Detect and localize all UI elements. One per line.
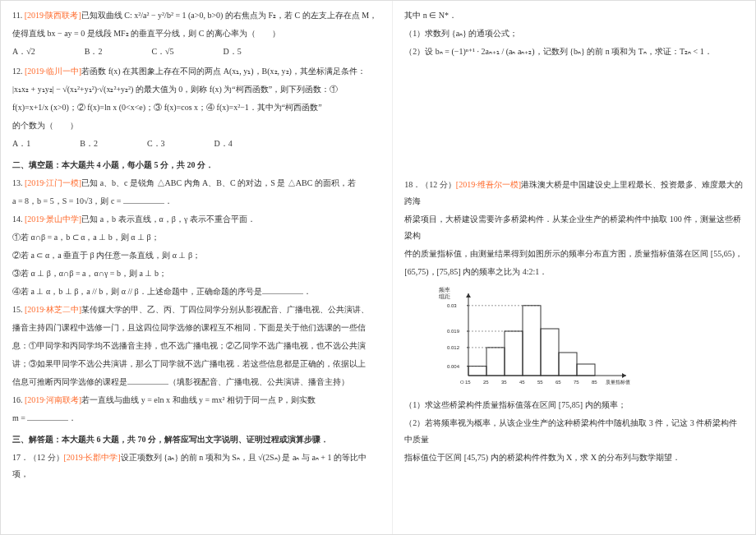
q15-source-tag: [2019·林芝二中] bbox=[25, 305, 81, 314]
q11-opt-b: B．2 bbox=[85, 44, 103, 60]
q12-opt-b: B．2 bbox=[80, 136, 98, 152]
histogram-chart: 频率 组距 0.004 0.012 0.019 0.03 bbox=[437, 285, 744, 392]
q16-line2: m = ． bbox=[12, 410, 380, 427]
xtick-85: 85 bbox=[592, 380, 597, 385]
q12-opt-d: D．4 bbox=[214, 136, 233, 152]
q13-body2: a = 8，b = 5，S = 10√3，则 c = bbox=[12, 196, 123, 205]
q18-sub3: 指标值位于区间 [45,75) 内的桥梁构件件数为 X，求 X 的分布列与数学期… bbox=[404, 450, 744, 466]
xtick-55: 55 bbox=[537, 380, 543, 385]
ytick-0030: 0.03 bbox=[447, 303, 457, 308]
q14-stmt3: ③若 α ⊥ β，α∩β = a，α∩γ = b，则 a ⊥ b； bbox=[12, 265, 380, 282]
q11-opt-a: A．√2 bbox=[12, 44, 35, 60]
q11-line1: 11. [2019·陕西联考]已知双曲线 C: x²/a² − y²/b² = … bbox=[12, 7, 380, 24]
bar-65-75 bbox=[559, 353, 577, 376]
section-2-heading: 二、填空题：本大题共 4 小题，每小题 5 分，共 20 分． bbox=[12, 157, 380, 173]
xtick-0: O bbox=[460, 380, 464, 385]
q11-source-tag: [2019·陕西联考] bbox=[25, 11, 81, 20]
q17-number: 17．（12 分） bbox=[12, 453, 64, 462]
q18-sub2: （2）若将频率视为概率，从该企业生产的这种桥梁构件中随机抽取 3 件，记这 3 … bbox=[404, 415, 744, 448]
left-column: 11. [2019·陕西联考]已知双曲线 C: x²/a² − y²/b² = … bbox=[1, 1, 393, 534]
q17-source-tag: [2019·长郡中学] bbox=[64, 453, 121, 462]
q12-options: A．1 B．2 C．3 D．4 bbox=[12, 136, 380, 152]
q13-line1: 13. [2019·江门一模]已知 a、b、c 是锐角 △ABC 内角 A、B、… bbox=[12, 175, 380, 191]
ytick-0012: 0.012 bbox=[447, 345, 460, 350]
q11-options: A．√2 B．2 C．√5 D．5 bbox=[12, 44, 380, 60]
q16-body1: 若一直线与曲线 y = eln x 和曲线 y = mx² 相切于同一点 P，则… bbox=[81, 395, 316, 404]
q15-line4: 讲；③如果甲同学不选公共演讲，那么丁同学就不选广播电视．若这些信息都是正确的，依… bbox=[12, 356, 380, 372]
q14-body1: 已知 a，b 表示直线，α，β，γ 表示不重合平面． bbox=[81, 214, 256, 224]
q14-stmt4: ④若 a ⊥ α，b ⊥ β，a // b，则 α // β．上述命题中，正确命… bbox=[12, 284, 380, 300]
q12-line2: |x₁x₂ + y₁y₂| − √(x₁²+y₁²)·√(x₂²+y₂²) 的最… bbox=[12, 81, 380, 98]
y-axis-arrow-icon bbox=[466, 293, 471, 297]
ylabel-line2: 组距 bbox=[439, 293, 450, 300]
bar-45-55 bbox=[523, 306, 541, 376]
xtick-15: 15 bbox=[465, 380, 471, 385]
xtick-25: 25 bbox=[483, 380, 489, 385]
q11-line2: 使得直线 bx − ay = 0 是线段 MF₂ 的垂直平分线，则 C 的离心率… bbox=[12, 25, 380, 42]
q13-blank bbox=[123, 196, 164, 204]
q13-line2: a = 8，b = 5，S = 10√3，则 c = ． bbox=[12, 193, 380, 210]
q16-blank bbox=[27, 413, 68, 421]
histogram-svg: 频率 组距 0.004 0.012 0.019 0.03 bbox=[437, 285, 651, 392]
q17-line1: 17．（12 分）[2019·长郡中学]设正项数列 {aₙ} 的前 n 项和为 … bbox=[12, 450, 380, 482]
q12-opt-a: A．1 bbox=[12, 136, 30, 152]
bar-35-45 bbox=[505, 331, 523, 376]
q15-body5: 信息可推断丙同学选修的课程是 bbox=[12, 377, 127, 386]
bar-55-65 bbox=[541, 329, 559, 376]
q18-source-tag: [2019·维吾尔一模] bbox=[456, 180, 521, 189]
q12-body1: 若函数 f(x) 在其图象上存在不同的两点 A(x₁, y₁)，B(x₂, y₂… bbox=[81, 67, 366, 76]
q14-number: 14. bbox=[12, 214, 25, 224]
q14-l4-text: ④若 a ⊥ α，b ⊥ β，a // b，则 α // β．上述命题中，正确命… bbox=[12, 287, 262, 296]
q12-source-tag: [2019·临川一中] bbox=[25, 67, 81, 76]
q16-source-tag: [2019·河南联考] bbox=[25, 395, 81, 404]
q14-source-tag: [2019·景山中学] bbox=[25, 214, 81, 224]
q15-line2: 播音主持四门课程中选修一门，且这四位同学选修的课程互不相同．下面是关于他们选课的… bbox=[12, 320, 380, 336]
q16-number: 16. bbox=[12, 395, 25, 404]
q15-blank bbox=[127, 376, 168, 385]
q11-number: 11. bbox=[12, 11, 25, 20]
q14-blank bbox=[262, 286, 303, 294]
q17-cont1: 其中 n ∈ N*． bbox=[404, 7, 744, 24]
q13-source-tag: [2019·江门一模] bbox=[25, 178, 81, 187]
ytick-0004: 0.004 bbox=[447, 364, 460, 369]
bar-75-85 bbox=[577, 364, 595, 376]
q14-stmt2: ②若 a ⊂ α，a 垂直于 β 内任意一条直线，则 α ⊥ β； bbox=[12, 247, 380, 264]
q17-sub2: （2）设 bₙ = (−1)ⁿ⁺¹ · 2aₙ₊₁ / (aₙ aₙ₊₂)，记数… bbox=[404, 44, 744, 60]
q16-body2: m = bbox=[12, 413, 27, 422]
bar-15-25 bbox=[468, 367, 486, 376]
q14-line1: 14. [2019·景山中学]已知 a，b 表示直线，α，β，γ 表示不重合平面… bbox=[12, 211, 380, 228]
bar-25-35 bbox=[486, 348, 505, 376]
q15-number: 15. bbox=[12, 305, 25, 314]
q18-line3: 件的质量指标值，由测量结果得到如图所示的频率分布直方图，质量指标值落在区间 [5… bbox=[404, 246, 744, 262]
right-column: 其中 n ∈ N*． （1）求数列 {aₙ} 的通项公式； （2）设 bₙ = … bbox=[393, 1, 755, 534]
q15-tail: （填影视配音、广播电视、公共演讲、播音主持） bbox=[168, 377, 349, 386]
q12-line4: 的个数为（ ） bbox=[12, 118, 380, 134]
q15-body1: 某传媒大学的甲、乙、丙、丁四位同学分别从影视配音、广播电视、公共演讲、 bbox=[81, 305, 369, 314]
q18-number: 18．（12 分） bbox=[404, 180, 456, 189]
q14-stmt1: ①若 α∩β = a，b ⊂ α，a ⊥ b，则 α ⊥ β； bbox=[12, 229, 380, 246]
q13-number: 13. bbox=[12, 178, 25, 187]
q15-line1: 15. [2019·林芝二中]某传媒大学的甲、乙、丙、丁四位同学分别从影视配音、… bbox=[12, 302, 380, 318]
q15-line3: 息：①甲同学和丙同学均不选播音主持，也不选广播电视；②乙同学不选广播电视，也不选… bbox=[12, 338, 380, 354]
q17-sub1: （1）求数列 {aₙ} 的通项公式； bbox=[404, 25, 744, 42]
q11-opt-c: C．√5 bbox=[151, 44, 173, 60]
q16-line1: 16. [2019·河南联考]若一直线与曲线 y = eln x 和曲线 y =… bbox=[12, 392, 380, 408]
q11-opt-d: D．5 bbox=[224, 44, 242, 60]
ytick-0019: 0.019 bbox=[447, 329, 460, 334]
q12-number: 12. bbox=[12, 67, 25, 76]
q18-sub1: （1）求这些桥梁构件质量指标值落在区间 [75,85] 内的频率； bbox=[404, 397, 744, 413]
xtick-75: 75 bbox=[574, 380, 579, 385]
section-3-heading: 三、解答题：本大题共 6 大题，共 70 分，解答应写出文字说明、证明过程或演算… bbox=[12, 431, 380, 448]
blank-space bbox=[404, 62, 744, 177]
q18-line2: 桥梁项目，大桥建设需要许多桥梁构件．从某企业生产的桥梁构件中抽取 100 件，测… bbox=[404, 211, 744, 244]
q18-line4: [65,75)，[75,85] 内的频率之比为 4:2:1． bbox=[404, 264, 744, 280]
q11-body1: 已知双曲线 C: x²/a² − y²/b² = 1 (a>0, b>0) 的右… bbox=[81, 11, 377, 20]
q18-line1: 18．（12 分）[2019·维吾尔一模]港珠澳大桥是中国建设史上里程最长、投资… bbox=[404, 177, 744, 210]
ylabel-line1: 频率 bbox=[439, 287, 450, 293]
q15-line5: 信息可推断丙同学选修的课程是（填影视配音、广播电视、公共演讲、播音主持） bbox=[12, 374, 380, 390]
xtick-35: 35 bbox=[501, 380, 507, 385]
xlabel: 质量指标值 bbox=[606, 380, 630, 385]
xtick-45: 45 bbox=[519, 380, 525, 385]
q12-line1: 12. [2019·临川一中]若函数 f(x) 在其图象上存在不同的两点 A(x… bbox=[12, 63, 380, 80]
x-axis-arrow-icon bbox=[622, 373, 626, 378]
